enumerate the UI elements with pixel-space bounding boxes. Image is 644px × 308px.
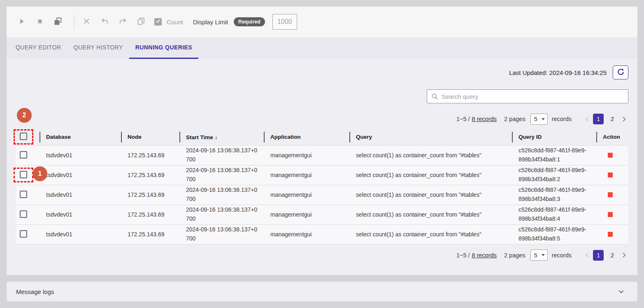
required-badge: Required xyxy=(234,17,265,26)
row-checkbox[interactable] xyxy=(20,171,27,178)
tab-query-editor[interactable]: QUERY EDITOR xyxy=(9,37,67,59)
stop-query-button[interactable] xyxy=(608,153,613,158)
cell-query: select count(1) as container_count from … xyxy=(349,185,512,205)
stop-execution-button[interactable] xyxy=(35,17,44,26)
toolbar: Count Display Limit Required xyxy=(7,7,637,37)
stop-query-button[interactable] xyxy=(608,173,613,177)
header-select-cell xyxy=(16,129,40,145)
column-header-query-id[interactable]: Query ID xyxy=(512,129,596,145)
page-size-select[interactable]: 5 xyxy=(530,114,548,125)
range-label: 1~5 / xyxy=(456,252,470,259)
table-body: tsdvdev01172.25.143.692024-09-16 13:06:3… xyxy=(16,145,628,244)
table-row: tsdvdev01172.25.143.692024-09-16 13:06:3… xyxy=(16,185,628,205)
cell-database: tsdvdev01 xyxy=(40,145,121,165)
clear-button[interactable] xyxy=(82,17,91,26)
stop-query-button[interactable] xyxy=(608,212,613,217)
pages-label: 2 pages xyxy=(504,116,525,122)
records-word: records xyxy=(552,252,572,259)
redo-icon xyxy=(119,17,127,26)
query-console-panel: Count Display Limit Required QUERY EDITO… xyxy=(7,7,637,275)
count-checkbox[interactable] xyxy=(154,18,162,26)
cell-node: 172.25.143.69 xyxy=(121,145,179,165)
column-header-database[interactable]: Database xyxy=(40,129,121,145)
cell-node: 172.25.143.69 xyxy=(121,185,179,205)
play-icon xyxy=(19,18,25,26)
page-1-button[interactable]: 1 xyxy=(593,250,604,261)
cell-select xyxy=(16,145,40,165)
tab-running-queries[interactable]: RUNNING QUERIES xyxy=(129,37,198,59)
column-header-start-time[interactable]: Start Time↓ xyxy=(179,129,264,145)
cell-select xyxy=(16,224,40,244)
row-checkbox[interactable] xyxy=(20,191,27,198)
cell-query-id: c526c8dd-f887-461f-89e9-898b34f34ba8:2 xyxy=(512,165,596,185)
page-size-value: 5 xyxy=(534,116,537,122)
undo-icon xyxy=(101,17,109,26)
chevron-down-icon[interactable] xyxy=(618,288,625,295)
cell-start-time: 2024-09-16 13:06:38.137+0700 xyxy=(179,185,264,205)
row-checkbox[interactable] xyxy=(20,151,27,159)
undo-button[interactable] xyxy=(100,17,109,26)
page-size-select[interactable]: 5 xyxy=(530,250,548,261)
cell-action xyxy=(596,205,628,224)
cell-node: 172.25.143.69 xyxy=(121,165,179,185)
stop-query-button[interactable] xyxy=(608,192,613,197)
status-row: Last Updated: 2024-09-16 16:34:25 xyxy=(16,59,628,80)
last-updated-text: Last Updated: 2024-09-16 16:34:25 xyxy=(509,69,607,76)
stop-query-button[interactable] xyxy=(608,232,613,237)
cell-action xyxy=(596,185,628,205)
message-logs-bar[interactable]: Message logs xyxy=(7,282,637,301)
refresh-icon xyxy=(617,68,625,77)
page-1-button[interactable]: 1 xyxy=(593,114,604,124)
cell-action xyxy=(596,165,628,185)
pagination-bottom: 1~5 / 8 records 2 pages 5 records 1 2 xyxy=(16,250,628,261)
prev-page-button[interactable] xyxy=(582,114,591,124)
page-2-button[interactable]: 2 xyxy=(607,250,618,261)
cell-query-id: c526c8dd-f887-461f-89e9-898b34f34ba8:4 xyxy=(512,205,596,224)
cell-select xyxy=(16,185,40,205)
close-icon xyxy=(83,18,90,26)
cell-query-id: c526c8dd-f887-461f-89e9-898b34f34ba8:1 xyxy=(512,145,596,165)
row-checkbox[interactable] xyxy=(20,230,27,238)
copy-icon xyxy=(137,17,145,26)
select-all-checkbox[interactable] xyxy=(20,133,27,140)
stop-icon xyxy=(37,18,43,26)
cell-query: select count(1) as container_count from … xyxy=(349,145,512,165)
row-checkbox[interactable] xyxy=(20,210,27,218)
cell-query-id: c526c8dd-f887-461f-89e9-898b34f34ba8:3 xyxy=(512,185,596,205)
column-header-application[interactable]: Application xyxy=(264,129,349,145)
run-all-button[interactable] xyxy=(53,17,63,26)
running-queries-content: Last Updated: 2024-09-16 16:34:25 1~5 / … xyxy=(7,59,637,275)
copy-button[interactable] xyxy=(136,17,145,26)
pagination-top: 1~5 / 8 records 2 pages 5 records 1 2 xyxy=(16,113,628,125)
display-limit-label: Display Limit xyxy=(193,19,228,26)
run-query-button[interactable] xyxy=(17,17,26,26)
count-label: Count xyxy=(167,19,183,26)
display-limit-input[interactable] xyxy=(272,14,297,30)
next-page-button[interactable] xyxy=(619,251,628,260)
chevron-down-icon xyxy=(542,118,545,120)
table-row: tsdvdev01172.25.143.692024-09-16 13:06:3… xyxy=(16,145,628,165)
cell-start-time: 2024-09-16 13:06:38.137+0700 xyxy=(179,165,264,185)
search-input[interactable] xyxy=(442,93,624,100)
next-page-button[interactable] xyxy=(619,114,628,124)
cell-node: 172.25.143.69 xyxy=(121,205,179,224)
cell-query: select count(1) as container_count from … xyxy=(349,165,512,185)
tab-query-history[interactable]: QUERY HISTORY xyxy=(67,37,129,59)
page-2-button[interactable]: 2 xyxy=(607,114,618,124)
duplicate-run-icon xyxy=(54,17,62,27)
prev-page-button[interactable] xyxy=(582,251,591,260)
redo-button[interactable] xyxy=(118,17,127,26)
cell-application: managementgui xyxy=(264,224,349,244)
records-total-link[interactable]: 8 records xyxy=(472,116,497,122)
search-box xyxy=(427,89,628,103)
cell-action xyxy=(596,145,628,165)
cell-application: managementgui xyxy=(264,165,349,185)
column-header-node[interactable]: Node xyxy=(121,129,179,145)
cell-application: managementgui xyxy=(264,145,349,165)
cell-start-time: 2024-09-16 13:06:38.137+0700 xyxy=(179,145,264,165)
cell-database: tsdvdev01 xyxy=(40,205,121,224)
records-total-link[interactable]: 8 records xyxy=(472,252,497,259)
range-label: 1~5 / xyxy=(456,116,470,122)
column-header-query[interactable]: Query xyxy=(349,129,512,145)
refresh-button[interactable] xyxy=(613,65,628,79)
